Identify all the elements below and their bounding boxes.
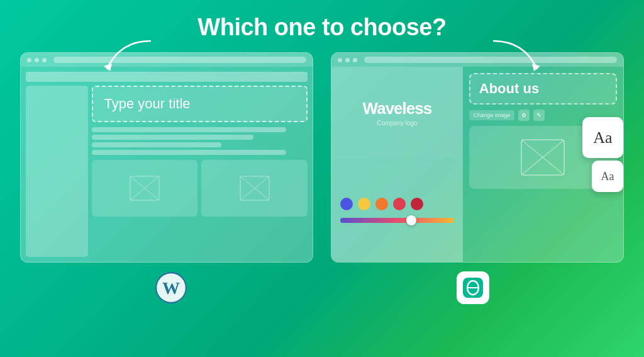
- color-dot-orange[interactable]: [375, 198, 388, 210]
- wp-image-2: [201, 160, 308, 217]
- builder-body: Waveless Company logo: [331, 67, 623, 262]
- wp-body: Type your title: [21, 67, 313, 262]
- font-card-small-text: Aa: [601, 170, 614, 183]
- waveless-logo-wrapper: [322, 271, 624, 304]
- panels-container: Type your title: [20, 52, 624, 263]
- font-cards: Aa Aa: [582, 117, 623, 192]
- slider-thumb: [406, 215, 416, 225]
- builder-about-title[interactable]: About us: [469, 73, 617, 105]
- builder-logo-sub: Company logo: [377, 120, 417, 127]
- settings-icon-btn[interactable]: ⚙: [518, 110, 530, 121]
- builder-dot-green: [353, 58, 357, 62]
- wordpress-panel: Type your title: [20, 52, 313, 263]
- wp-content-row: Type your title: [26, 86, 308, 257]
- builder-left-panel: Waveless Company logo: [331, 67, 463, 262]
- builder-right-panel: About us Change image ⚙ ✎ Aa: [463, 67, 623, 262]
- wp-line-1: [92, 127, 286, 132]
- dot-red: [27, 58, 31, 62]
- dot-green: [42, 58, 47, 62]
- waveless-logo: [457, 271, 489, 304]
- wp-image-cross-2: [240, 176, 270, 201]
- wp-line-4: [92, 150, 286, 155]
- bottom-icons-row: W: [20, 271, 624, 304]
- font-card-large: Aa: [582, 117, 623, 158]
- wp-main: Type your title: [92, 86, 308, 257]
- builder-image-cross: [521, 139, 565, 176]
- wp-logo-wrapper: W: [20, 271, 322, 304]
- builder-dot-red: [338, 58, 342, 62]
- color-dot-blue[interactable]: [340, 198, 353, 210]
- color-dots-row: [340, 198, 454, 210]
- color-slider[interactable]: [340, 218, 454, 223]
- builder-panel: Waveless Company logo: [331, 52, 624, 263]
- wp-image-cross-1: [130, 176, 160, 201]
- wp-top-bar: [26, 72, 308, 82]
- change-image-label: Change image: [469, 110, 515, 120]
- builder-dot-yellow: [345, 58, 350, 62]
- left-arrow: [82, 35, 164, 76]
- font-card-large-text: Aa: [593, 128, 612, 147]
- waveless-logo-svg: [462, 276, 484, 299]
- color-dot-yellow[interactable]: [358, 198, 370, 210]
- wp-bottom-row: [92, 160, 308, 217]
- right-arrow: [480, 35, 562, 76]
- dot-yellow: [35, 58, 39, 62]
- wp-image-1: [92, 160, 198, 217]
- svg-text:W: W: [162, 278, 180, 298]
- wp-text-lines: [92, 126, 308, 156]
- wp-line-3: [92, 142, 221, 147]
- builder-logo-text: Waveless: [363, 99, 432, 118]
- svg-marker-0: [104, 64, 112, 71]
- font-card-small: Aa: [592, 161, 623, 192]
- color-dot-red2[interactable]: [411, 198, 423, 210]
- builder-titlebar: [331, 53, 623, 67]
- page-title: Which one to choose?: [197, 14, 446, 41]
- wp-titlebar: [21, 53, 313, 67]
- wp-title-input[interactable]: Type your title: [92, 86, 308, 122]
- svg-marker-1: [532, 64, 540, 71]
- builder-color-palette: [331, 158, 463, 262]
- wp-sidebar: [26, 86, 88, 257]
- builder-logo-area: Waveless Company logo: [331, 67, 463, 158]
- color-dot-red1[interactable]: [393, 198, 406, 210]
- builder-image-placeholder: Aa Aa: [469, 126, 617, 189]
- wp-line-2: [92, 135, 254, 140]
- wordpress-logo: W: [155, 271, 187, 304]
- edit-icon-btn[interactable]: ✎: [533, 110, 545, 121]
